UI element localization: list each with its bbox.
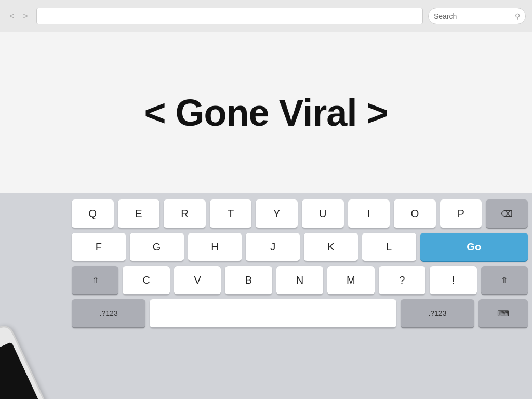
search-icon: ⚲ [515,12,520,20]
key-keyboard[interactable]: ⌨ [478,299,528,328]
search-box[interactable]: Search ⚲ [428,8,526,24]
key-l[interactable]: L [362,233,416,262]
key-q[interactable]: Q [72,200,114,229]
key-i[interactable]: I [348,200,390,229]
keyboard-area: Q E R T Y U I O P ⌫ F G H J K L Go ⇧ C V… [0,193,532,399]
key-num-right[interactable]: .?123 [401,299,474,328]
key-n[interactable]: N [276,266,323,295]
key-u[interactable]: U [302,200,344,229]
key-shift[interactable]: ⇧ [72,266,118,295]
key-k[interactable]: K [304,233,358,262]
key-c[interactable]: C [123,266,169,295]
key-num[interactable]: .?123 [72,299,145,328]
keyboard-row-2: F G H J K L Go [72,233,528,262]
key-space[interactable] [150,299,396,328]
key-t[interactable]: T [210,200,252,229]
nav-buttons: < > [6,10,31,22]
key-p[interactable]: P [440,200,482,229]
key-shift-right[interactable]: ⇧ [481,266,528,295]
keyboard-row-1: Q E R T Y U I O P ⌫ [72,200,528,229]
key-m[interactable]: M [327,266,374,295]
keyboard-row-bottom: .?123 .?123 ⌨ [72,299,528,328]
forward-button[interactable]: > [20,10,31,22]
phone-screen [0,342,55,399]
key-o[interactable]: O [394,200,436,229]
key-delete[interactable]: ⌫ [486,200,528,229]
browser-bar: < > Search ⚲ [0,0,532,32]
key-y[interactable]: Y [256,200,298,229]
search-label: Search [434,12,512,20]
back-button[interactable]: < [6,10,18,22]
key-go[interactable]: Go [420,233,528,262]
key-g[interactable]: G [130,233,184,262]
key-question[interactable]: ? [379,266,425,295]
keyboard: Q E R T Y U I O P ⌫ F G H J K L Go ⇧ C V… [72,200,528,328]
key-v[interactable]: V [174,266,221,295]
key-exclaim[interactable]: ! [430,266,476,295]
phone [0,323,70,399]
key-f[interactable]: F [72,233,126,262]
key-r[interactable]: R [164,200,206,229]
keyboard-row-3: ⇧ C V B N M ? ! ⇧ [72,266,528,295]
key-e[interactable]: E [118,200,160,229]
address-bar[interactable] [36,8,423,24]
key-h[interactable]: H [188,233,242,262]
main-content: < Gone Viral > [0,32,532,193]
key-b[interactable]: B [225,266,272,295]
headline-text: < Gone Viral > [144,91,388,134]
key-j[interactable]: J [246,233,300,262]
